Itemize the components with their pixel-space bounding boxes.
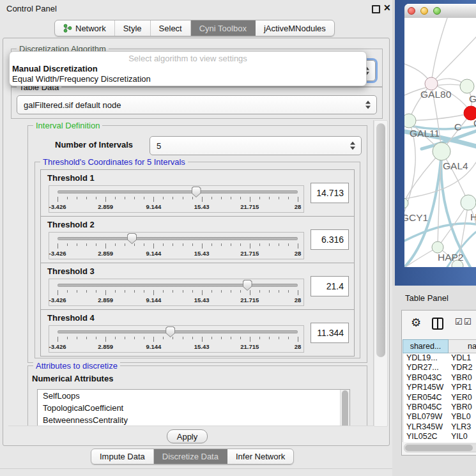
list-scrollbar[interactable] (340, 390, 349, 426)
network-edge (409, 113, 471, 121)
slider-thumb[interactable] (243, 280, 252, 291)
slider-thumb[interactable] (127, 233, 137, 244)
algorithm-dropdown-popup: Select algorithm to view settings Manual… (9, 51, 367, 86)
algorithm-option[interactable]: Manual Discretization (12, 64, 364, 74)
table-row[interactable]: YLR345WYLR3 (403, 422, 476, 432)
slider-thumb[interactable] (165, 326, 175, 337)
network-graph[interactable]: GAL80GACCGAL11GAL4GCY1HHAP2 (404, 18, 476, 267)
table-row[interactable]: YDL19...YDL1 (403, 353, 476, 363)
cell-shared-name[interactable]: YBR043C (403, 373, 449, 383)
tab-discretize-data[interactable]: Discretize Data (154, 449, 227, 464)
attribute-list-item[interactable]: SelfLoops (38, 390, 349, 402)
network-node[interactable] (433, 142, 450, 160)
gear-icon[interactable]: ⚙ (411, 316, 421, 330)
column-header-shared[interactable]: shared... (403, 339, 449, 353)
control-panel-tabs: Network Style Select Cyni Toolbox jActiv… (54, 20, 335, 36)
network-window-titlebar[interactable] (404, 4, 476, 19)
cell-name[interactable]: YBR0 (449, 403, 476, 412)
slider-thumb[interactable] (192, 187, 201, 197)
window-close-button-icon[interactable] (408, 7, 415, 15)
spinner-arrows-icon[interactable] (350, 142, 356, 150)
slider[interactable]: -3.4262.8599.14415.4321.71528 (49, 185, 304, 213)
list-scrollbar-thumb[interactable] (342, 390, 348, 426)
slider[interactable]: -3.4262.8599.14415.4321.71528 (49, 325, 304, 353)
slider-ticks (58, 197, 298, 202)
table-data-select[interactable]: galFiltered.sif default node (17, 95, 377, 114)
numerical-attributes-list[interactable]: SelfLoopsTopologicalCoefficientBetweenne… (37, 389, 350, 426)
network-node[interactable] (425, 77, 438, 90)
number-of-intervals-select[interactable]: 5 (150, 136, 362, 155)
apply-button[interactable]: Apply (167, 429, 208, 443)
network-node-label: GAL11 (410, 128, 440, 139)
tab-impute-data[interactable]: Impute Data (91, 449, 154, 464)
table-row[interactable]: YBL079WYBL0 (403, 412, 476, 422)
table-row[interactable]: YIL052CYIL0 (403, 432, 476, 441)
threshold-value-field[interactable]: 6.316 (311, 229, 349, 250)
panel-scrollbar[interactable] (374, 120, 388, 427)
threshold-value-field[interactable]: 21.4 (311, 276, 349, 296)
table-scrollbar-thumb[interactable] (405, 445, 473, 451)
network-canvas[interactable]: GAL80GACCGAL11GAL4GCY1HHAP2 (404, 18, 476, 267)
slider-track[interactable] (58, 237, 298, 240)
cell-shared-name[interactable]: YDL19... (403, 353, 449, 363)
network-node[interactable] (461, 195, 476, 210)
tick-label: -3.426 (49, 203, 66, 210)
column-header-name[interactable]: na (449, 339, 476, 353)
table-row[interactable]: YBR043CYBR0 (403, 373, 476, 383)
spinner-arrows-icon[interactable] (365, 101, 371, 109)
slider-track[interactable] (58, 284, 298, 287)
window-minimize-button-icon[interactable] (420, 7, 428, 15)
tab-cyni-toolbox[interactable]: Cyni Toolbox (191, 20, 256, 36)
network-node[interactable] (404, 198, 408, 208)
cell-name[interactable]: YDL1 (449, 353, 476, 363)
slider-track[interactable] (58, 190, 298, 194)
network-node[interactable] (460, 79, 474, 93)
cell-shared-name[interactable]: YPR145W (403, 383, 449, 392)
table-row[interactable]: YPR145WYPR1 (403, 383, 476, 392)
cyni-mode-tabs: Impute Data Discretize Data Infer Networ… (91, 449, 294, 464)
threshold-value-field[interactable]: 11.344 (311, 323, 349, 343)
table-row[interactable]: YDR27...YDR2 (403, 363, 476, 372)
tab-infer-network[interactable]: Infer Network (227, 449, 293, 464)
slider[interactable]: -3.4262.8599.14415.4321.71528 (49, 232, 304, 259)
network-node[interactable] (404, 114, 416, 128)
tick-label: 2.859 (98, 203, 113, 210)
checkbox-icon[interactable]: ☑ (464, 317, 472, 326)
cell-name[interactable]: YBR0 (449, 373, 476, 383)
cell-name[interactable]: YER0 (449, 393, 476, 403)
close-icon[interactable]: ✕ (383, 3, 391, 13)
tab-jactivemnodules[interactable]: jActiveMNodules (256, 20, 334, 36)
cell-name[interactable]: YIL0 (449, 432, 476, 441)
split-columns-icon[interactable] (432, 318, 443, 330)
cell-shared-name[interactable]: YER054C (403, 393, 449, 403)
slider-track[interactable] (58, 330, 298, 334)
cell-shared-name[interactable]: YBR045C (403, 403, 449, 412)
cell-shared-name[interactable]: YIL052C (403, 432, 449, 441)
attribute-list-item[interactable]: TopologicalCoefficient (38, 402, 349, 414)
tick-label: 15.43 (194, 343, 210, 350)
cell-name[interactable]: YLR3 (449, 422, 476, 432)
table-horizontal-scrollbar[interactable] (404, 443, 476, 452)
float-window-icon[interactable] (372, 5, 380, 13)
threshold-label: Threshold 2 (47, 220, 95, 229)
algorithm-option[interactable]: Equal Width/Frequency Discretization (12, 74, 364, 84)
table-row[interactable]: YBR045CYBR0 (403, 403, 476, 412)
cell-name[interactable]: YPR1 (449, 383, 476, 392)
checkbox-icon[interactable]: ☑ (455, 317, 463, 326)
cell-shared-name[interactable]: YBL079W (403, 412, 449, 422)
threshold-value-field[interactable]: 14.713 (311, 183, 349, 203)
attribute-list-item[interactable]: BetweennessCentrality (38, 414, 349, 426)
cell-name[interactable]: YDR2 (449, 363, 476, 372)
cell-shared-name[interactable]: YLR345W (403, 422, 449, 432)
slider-tick-labels: -3.4262.8599.14415.4321.71528 (58, 250, 298, 257)
tab-style[interactable]: Style (115, 20, 151, 36)
network-node-label: HAP2 (438, 252, 464, 263)
cell-shared-name[interactable]: YDR27... (403, 363, 449, 372)
panel-scrollbar-thumb[interactable] (376, 123, 385, 357)
window-zoom-button-icon[interactable] (433, 7, 441, 15)
table-row[interactable]: YER054CYER0 (403, 393, 476, 403)
slider[interactable]: -3.4262.8599.14415.4321.71528 (49, 279, 304, 306)
tab-network[interactable]: Network (55, 20, 115, 36)
tab-select[interactable]: Select (151, 20, 191, 36)
cell-name[interactable]: YBL0 (449, 412, 476, 422)
